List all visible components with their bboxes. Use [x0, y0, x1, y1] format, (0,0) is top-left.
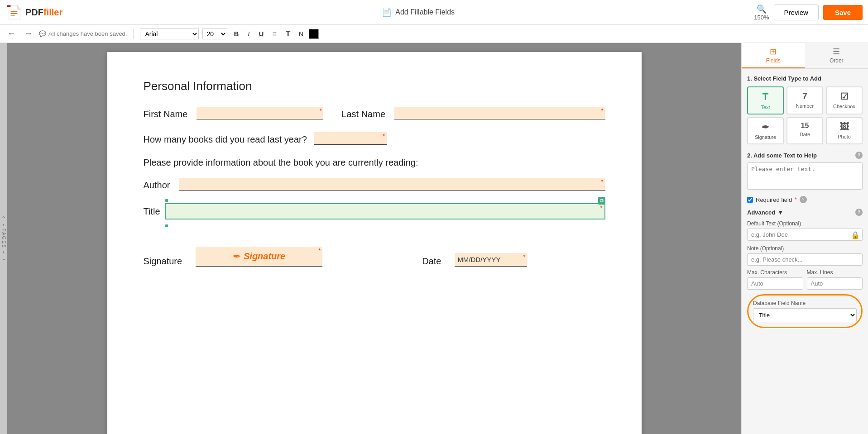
books-required: *	[383, 133, 385, 139]
field-type-checkbox[interactable]: ☑ Checkbox	[826, 86, 863, 114]
note-label: Note (Optional)	[747, 245, 863, 252]
tab-order[interactable]: ☰ Order	[805, 43, 868, 68]
logo: PDF PDFfiller	[5, 4, 82, 21]
field-type-text[interactable]: T Text	[747, 86, 784, 114]
redo-button[interactable]: →	[22, 28, 35, 39]
author-field-wrap: *	[179, 178, 605, 191]
tab-fields[interactable]: ⊞ Fields	[742, 43, 805, 68]
required-help-icon[interactable]: ?	[800, 196, 807, 203]
field-type-date[interactable]: 15 Date	[786, 117, 823, 144]
font-size-select[interactable]: 20 12 14 16 18 24	[202, 29, 227, 39]
title-field-wrap: * ⧉	[165, 203, 605, 219]
pen-icon: ✒	[233, 251, 241, 262]
signature-text: Signature	[244, 251, 285, 262]
svg-text:PDF: PDF	[8, 6, 15, 10]
help-text-area[interactable]	[747, 162, 863, 190]
signature-required: *	[318, 248, 321, 254]
order-tab-icon: ☰	[833, 47, 840, 57]
handle-tc[interactable]	[165, 199, 168, 202]
title-field[interactable]: *	[165, 203, 605, 219]
required-field-checkbox[interactable]	[747, 197, 753, 203]
note-input[interactable]	[747, 253, 863, 266]
number-field-label: Number	[796, 103, 814, 109]
underline-button[interactable]: U	[256, 29, 266, 38]
preview-button[interactable]: Preview	[774, 5, 819, 20]
svg-rect-2	[10, 11, 17, 12]
author-row: Author *	[144, 178, 605, 191]
page-left-arrow[interactable]: ‹	[3, 249, 5, 255]
max-lines-input[interactable]	[807, 277, 863, 290]
color-picker[interactable]	[309, 29, 319, 39]
chat-icon: 💬	[39, 30, 46, 37]
text-field-label: Text	[761, 105, 770, 110]
saved-status: 💬 All changes have been saved.	[39, 30, 127, 37]
last-name-field[interactable]	[394, 107, 605, 119]
first-name-required: *	[320, 108, 322, 114]
field-copy-icon[interactable]: ⧉	[598, 197, 605, 205]
default-text-input[interactable]	[747, 229, 863, 241]
author-field[interactable]	[179, 178, 605, 191]
date-label: Date	[422, 256, 441, 267]
page-up-arrow[interactable]: ⌃	[1, 216, 6, 221]
books-question: How many books did you read last year?	[144, 134, 307, 145]
date-field-wrap: MM/DD/YYYY *	[455, 253, 527, 267]
checkbox-field-label: Checkbox	[833, 104, 855, 109]
align-button[interactable]: ≡	[270, 29, 279, 38]
svg-marker-1	[18, 5, 21, 10]
document-canvas: Personal Information First Name * Last N…	[7, 43, 741, 434]
author-required: *	[601, 179, 604, 185]
right-panel: ⊞ Fields ☰ Order 1. Select Field Type to…	[741, 43, 868, 434]
name-row: First Name * Last Name *	[144, 107, 605, 119]
date-field[interactable]: MM/DD/YYYY	[455, 253, 527, 267]
max-lines-col: Max. Lines	[807, 269, 863, 290]
last-name-field-wrap: *	[394, 107, 605, 119]
text-format-button[interactable]: T	[283, 29, 293, 39]
photo-field-label: Photo	[838, 134, 851, 139]
field-type-photo[interactable]: 🖼 Photo	[826, 117, 863, 144]
svg-rect-3	[10, 13, 17, 14]
page-down-arrow[interactable]: ⌄	[1, 256, 6, 261]
field-type-signature[interactable]: ✒ Signature	[747, 117, 784, 144]
font-select[interactable]: Arial Times New Roman Helvetica	[140, 29, 199, 39]
signature-label: Signature	[144, 256, 182, 267]
db-field-select[interactable]: Title Author First Name Last Name	[753, 308, 857, 322]
letter-n: N	[297, 30, 305, 38]
section2-help-icon[interactable]: ?	[855, 152, 863, 159]
logo-text: PDFfiller	[25, 7, 62, 18]
books-field[interactable]	[314, 132, 387, 145]
signature-field[interactable]: ✒ Signature	[196, 247, 322, 267]
first-name-field[interactable]	[197, 107, 323, 119]
signature-content: ✒ Signature	[233, 251, 285, 262]
svg-rect-4	[10, 15, 15, 16]
field-type-number[interactable]: 7 Number	[786, 86, 823, 114]
toolbar: ← → 💬 All changes have been saved. Arial…	[0, 25, 868, 43]
max-chars-col: Max. Characters	[747, 269, 803, 290]
pages-label: PAGES	[1, 229, 6, 248]
page-right-arrow[interactable]: ›	[3, 222, 5, 228]
date-placeholder: MM/DD/YYYY	[457, 256, 500, 263]
max-lines-label: Max. Lines	[807, 269, 863, 276]
chevron-down-icon: ▼	[777, 209, 783, 216]
panel-section2-title: 2. Add some Text to Help ?	[747, 152, 863, 159]
title-label: Title	[144, 206, 160, 217]
signature-date-row: Signature ✒ Signature * Date MM/DD/YYYY	[144, 247, 605, 267]
lock-icon: 🔒	[851, 230, 860, 239]
field-type-grid: T Text 7 Number ☑ Checkbox ✒ Signature	[747, 86, 863, 144]
title-required: *	[600, 205, 603, 211]
bold-button[interactable]: B	[231, 29, 241, 38]
default-text-label: Default Text (Optional)	[747, 220, 863, 227]
section-title: Personal Information	[144, 79, 605, 93]
books-field-wrap: *	[314, 132, 387, 145]
italic-button[interactable]: I	[245, 29, 252, 38]
handle-br[interactable]	[165, 224, 168, 228]
default-text-wrap: 🔒	[747, 229, 863, 241]
book-section-label: Please provide information about the boo…	[144, 157, 605, 168]
advanced-toggle[interactable]: Advanced ▼ ?	[747, 209, 863, 216]
undo-button[interactable]: ←	[5, 28, 18, 39]
advanced-help-icon[interactable]: ?	[855, 209, 863, 216]
db-field-section: Database Field Name Title Author First N…	[747, 294, 863, 328]
max-chars-input[interactable]	[747, 277, 803, 290]
save-button[interactable]: Save	[823, 5, 863, 20]
document-icon: 📄	[382, 7, 392, 17]
left-panel: ⌃ › PAGES ‹ ⌄	[0, 43, 7, 434]
